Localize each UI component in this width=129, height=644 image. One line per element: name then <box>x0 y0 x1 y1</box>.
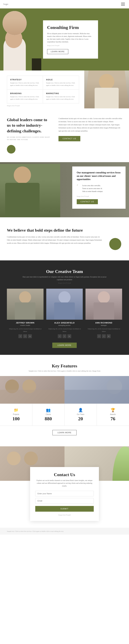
contact-name-input[interactable] <box>35 491 94 496</box>
mgmt-man-photo <box>0 164 60 217</box>
twitter-icon-3[interactable]: t <box>102 334 106 338</box>
stat-awards: 🏆 Awards 76 <box>97 404 129 426</box>
mgmt-bullet-1: Lectus urna duis convallis. <box>79 184 121 187</box>
contact-image-credit: Image from Freepik <box>35 514 94 516</box>
instagram-icon-3[interactable]: in <box>107 334 111 338</box>
team-photo-1 <box>7 289 43 320</box>
team-member-1-name: JEFFREY BROWN <box>7 322 43 324</box>
team-learn-more-button[interactable]: LEARN MORE <box>52 342 77 348</box>
hero-cta-button[interactable]: LEARN MORE <box>47 49 68 54</box>
key-features-section: Key Features Sample text. Click to selec… <box>0 355 129 446</box>
awards-icon: 🏆 <box>99 408 128 412</box>
hero-image-credit: Image from Freepik <box>47 45 94 46</box>
stat-team-value: 20 <box>66 416 95 422</box>
mgmt-bullet-2: Tortor at auctor urna nunc id. <box>79 187 121 190</box>
team-subtitle: Duis aute irure dolor in reprehenderit i… <box>21 276 108 281</box>
projects-icon: 📁 <box>2 408 30 412</box>
key-features-subtitle: Sample text. Click to select the text bo… <box>0 370 129 372</box>
instagram-icon-2[interactable]: in <box>67 334 71 338</box>
leaders-section: Global leaders come to us to solve indus… <box>0 108 129 162</box>
contact-email-input[interactable] <box>35 498 94 504</box>
bold-green-circle <box>109 238 121 250</box>
team-member-3-role: manager <box>86 324 122 326</box>
feature-agile: AGILE Sample text. Click to select the t… <box>43 76 79 90</box>
leaders-heading: Global leaders come to us to solve indus… <box>7 117 52 134</box>
mgmt-bullet-3: Odio ut enim blandit volutpat. <box>79 190 121 193</box>
team-member-1-social: f t in <box>7 334 43 338</box>
team-image-credit: Images from Freepik <box>7 282 122 284</box>
features-man-photo <box>84 70 129 108</box>
hero-body: Elit ut aliquam purus sit amet luctus ve… <box>47 32 94 43</box>
team-member-2-role: managing partner <box>46 324 83 326</box>
features-grid: STRATEGY Sample text. Click to select th… <box>7 76 79 104</box>
team-member-3-bio: Adipiscing elit, sed do eiusmod tempor i… <box>86 328 122 332</box>
stat-projects-value: 100 <box>2 416 30 422</box>
mgmt-heading: Our management consulting services focus… <box>77 171 121 181</box>
bold-section: We believe that bold steps define the fu… <box>0 217 129 260</box>
team-heading: Our Creative Team <box>7 269 122 274</box>
instagram-icon-1[interactable]: in <box>28 334 32 338</box>
team-member-1-role: creative leader <box>7 324 43 326</box>
logo: logo <box>3 3 8 6</box>
feature-branding: BRANDING Sample text. Click to select th… <box>7 90 43 103</box>
mgmt-image-credit: Image from Freepik <box>77 196 121 197</box>
contact-submit-button[interactable]: SUBMIT <box>35 506 94 512</box>
hero-image-left <box>0 8 41 70</box>
contact-card: Contact Us Explore our social media chan… <box>30 467 99 521</box>
contact-heading: Contact Us <box>35 472 94 477</box>
mgmt-bullets: ✓ Lectus urna duis convallis. Tortor at … <box>77 184 121 193</box>
stat-clients: 👥 Clients 880 <box>32 404 65 426</box>
management-section: Our management consulting services focus… <box>0 162 129 217</box>
leaders-green-circle <box>7 145 15 154</box>
navigation: logo <box>0 0 129 8</box>
stat-awards-label: Awards <box>99 414 128 415</box>
team-grid: JEFFREY BROWN creative leader Adipiscing… <box>7 289 122 338</box>
leaders-subtitle: WE WORK WITH AMBITIOUS CLIENTS WHO WANT … <box>7 136 52 141</box>
leaders-body: Condimentum lacinia quis vel eros donec … <box>58 117 122 132</box>
stat-team: 👤 Our Team 20 <box>64 404 97 426</box>
team-member-2: ALEX GREENFIELD managing partner Adipisc… <box>46 289 83 338</box>
team-icon: 👤 <box>66 408 95 412</box>
team-member-2-social: f t in <box>46 334 83 338</box>
footer-note: Sample text. Click to select the text bo… <box>0 528 129 534</box>
team-member-3-name: ANN RICHMOND <box>86 322 122 324</box>
stats-grid: 📁 Projects 100 👥 Clients 880 👤 Our Team … <box>0 404 129 426</box>
footer-text: Sample text. Click to select the text bo… <box>7 530 122 532</box>
team-member-3: ANN RICHMOND manager Adipiscing elit, se… <box>86 289 122 338</box>
team-photo-2 <box>46 289 83 320</box>
team-section: Our Creative Team Duis aute irure dolor … <box>0 260 129 355</box>
hero-card: Consulting Firm Elit ut aliquam purus si… <box>43 20 98 58</box>
key-features-learn-more-button[interactable]: LEARN MORE <box>52 430 76 435</box>
stat-projects: 📁 Projects 100 <box>0 404 32 426</box>
bold-heading: We believe that bold steps define the fu… <box>7 228 103 233</box>
key-features-photo-left <box>0 376 64 404</box>
contact-body: Explore our social media channels to rea… <box>35 479 94 487</box>
facebook-icon-3[interactable]: f <box>97 334 101 338</box>
facebook-icon-1[interactable]: f <box>18 334 22 338</box>
key-features-heading: Key Features <box>0 364 129 368</box>
mgmt-card: Our management consulting services focus… <box>72 166 126 209</box>
bold-body: Condimentum lacinia quis vel eros donec … <box>7 236 103 245</box>
leaders-contact-button[interactable]: CONTACT US <box>58 136 80 141</box>
team-member-1-bio: Adipiscing elit, sed do eiusmod tempor i… <box>7 328 43 332</box>
features-section: STRATEGY Sample text. Click to select th… <box>0 70 129 108</box>
mgmt-contact-button[interactable]: CONTACT US <box>77 199 98 204</box>
team-member-2-name: ALEX GREENFIELD <box>46 322 83 324</box>
team-member-1: JEFFREY BROWN creative leader Adipiscing… <box>7 289 43 338</box>
leaders-left: Global leaders come to us to solve indus… <box>7 117 52 154</box>
hero-portrait-circle <box>2 11 27 35</box>
feature-marketing: MARKETING Sample text. Click to select t… <box>43 90 79 103</box>
stat-clients-label: Clients <box>34 414 63 415</box>
hamburger-button[interactable] <box>121 2 126 6</box>
facebook-icon-2[interactable]: f <box>58 334 62 338</box>
bold-left: We believe that bold steps define the fu… <box>7 228 103 245</box>
stat-projects-label: Projects <box>2 414 30 415</box>
hero-title: Consulting Firm <box>47 25 94 30</box>
twitter-icon-2[interactable]: t <box>63 334 66 338</box>
stat-clients-value: 880 <box>34 416 63 422</box>
twitter-icon-1[interactable]: t <box>23 334 27 338</box>
feature-strategy: STRATEGY Sample text. Click to select th… <box>7 76 43 90</box>
bold-right <box>108 228 122 250</box>
features-image-credit: Images from Freepik <box>7 105 79 106</box>
team-member-2-bio: Adipiscing elit, sed do eiusmod tempor i… <box>46 328 83 332</box>
